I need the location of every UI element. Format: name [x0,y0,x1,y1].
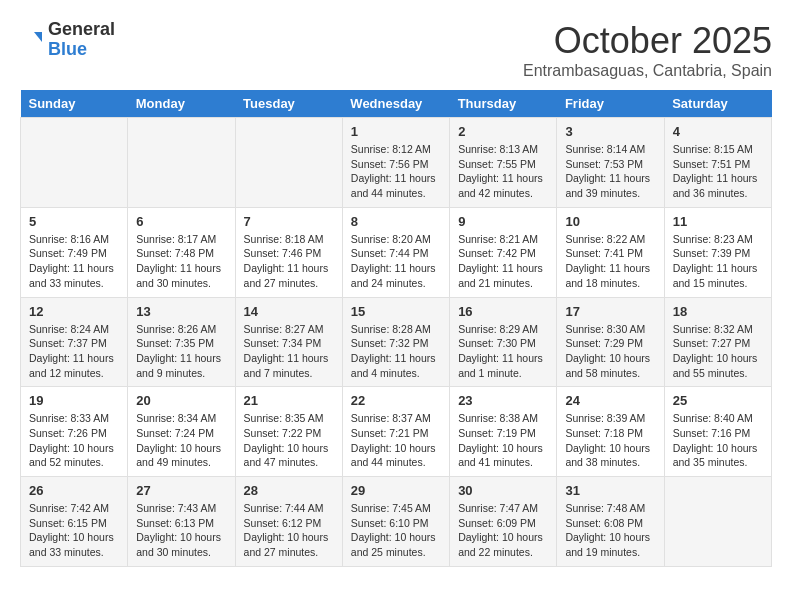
day-number: 8 [351,214,441,229]
day-info: Sunrise: 8:23 AM Sunset: 7:39 PM Dayligh… [673,232,763,291]
calendar-week-row: 5Sunrise: 8:16 AM Sunset: 7:49 PM Daylig… [21,207,772,297]
day-number: 27 [136,483,226,498]
day-number: 26 [29,483,119,498]
calendar-cell: 15Sunrise: 8:28 AM Sunset: 7:32 PM Dayli… [342,297,449,387]
calendar-cell: 7Sunrise: 8:18 AM Sunset: 7:46 PM Daylig… [235,207,342,297]
calendar-cell: 9Sunrise: 8:21 AM Sunset: 7:42 PM Daylig… [450,207,557,297]
day-number: 22 [351,393,441,408]
calendar-cell: 31Sunrise: 7:48 AM Sunset: 6:08 PM Dayli… [557,477,664,567]
day-number: 1 [351,124,441,139]
calendar-cell: 23Sunrise: 8:38 AM Sunset: 7:19 PM Dayli… [450,387,557,477]
header: General Blue October 2025 Entrambasaguas… [20,20,772,80]
day-number: 17 [565,304,655,319]
day-number: 20 [136,393,226,408]
logo-icon [20,28,44,52]
day-number: 13 [136,304,226,319]
day-info: Sunrise: 8:14 AM Sunset: 7:53 PM Dayligh… [565,142,655,201]
day-info: Sunrise: 8:32 AM Sunset: 7:27 PM Dayligh… [673,322,763,381]
day-number: 23 [458,393,548,408]
day-number: 2 [458,124,548,139]
day-info: Sunrise: 8:22 AM Sunset: 7:41 PM Dayligh… [565,232,655,291]
day-info: Sunrise: 8:34 AM Sunset: 7:24 PM Dayligh… [136,411,226,470]
logo-general: General [48,20,115,40]
calendar-week-row: 1Sunrise: 8:12 AM Sunset: 7:56 PM Daylig… [21,118,772,208]
calendar-cell: 22Sunrise: 8:37 AM Sunset: 7:21 PM Dayli… [342,387,449,477]
day-number: 12 [29,304,119,319]
calendar-cell: 12Sunrise: 8:24 AM Sunset: 7:37 PM Dayli… [21,297,128,387]
calendar-cell: 21Sunrise: 8:35 AM Sunset: 7:22 PM Dayli… [235,387,342,477]
calendar-cell [235,118,342,208]
calendar-cell: 14Sunrise: 8:27 AM Sunset: 7:34 PM Dayli… [235,297,342,387]
location-title: Entrambasaguas, Cantabria, Spain [523,62,772,80]
logo-blue: Blue [48,40,115,60]
calendar-cell: 4Sunrise: 8:15 AM Sunset: 7:51 PM Daylig… [664,118,771,208]
calendar-cell: 10Sunrise: 8:22 AM Sunset: 7:41 PM Dayli… [557,207,664,297]
calendar-cell: 2Sunrise: 8:13 AM Sunset: 7:55 PM Daylig… [450,118,557,208]
day-number: 15 [351,304,441,319]
calendar-cell: 3Sunrise: 8:14 AM Sunset: 7:53 PM Daylig… [557,118,664,208]
day-info: Sunrise: 8:24 AM Sunset: 7:37 PM Dayligh… [29,322,119,381]
weekday-header-wednesday: Wednesday [342,90,449,118]
weekday-header-saturday: Saturday [664,90,771,118]
day-info: Sunrise: 8:38 AM Sunset: 7:19 PM Dayligh… [458,411,548,470]
calendar-cell: 18Sunrise: 8:32 AM Sunset: 7:27 PM Dayli… [664,297,771,387]
day-info: Sunrise: 8:26 AM Sunset: 7:35 PM Dayligh… [136,322,226,381]
calendar-cell: 8Sunrise: 8:20 AM Sunset: 7:44 PM Daylig… [342,207,449,297]
calendar-cell: 27Sunrise: 7:43 AM Sunset: 6:13 PM Dayli… [128,477,235,567]
calendar-week-row: 19Sunrise: 8:33 AM Sunset: 7:26 PM Dayli… [21,387,772,477]
svg-marker-0 [34,32,42,42]
calendar-cell: 5Sunrise: 8:16 AM Sunset: 7:49 PM Daylig… [21,207,128,297]
calendar-cell: 20Sunrise: 8:34 AM Sunset: 7:24 PM Dayli… [128,387,235,477]
day-number: 24 [565,393,655,408]
calendar-cell: 13Sunrise: 8:26 AM Sunset: 7:35 PM Dayli… [128,297,235,387]
calendar-cell: 17Sunrise: 8:30 AM Sunset: 7:29 PM Dayli… [557,297,664,387]
calendar-table: SundayMondayTuesdayWednesdayThursdayFrid… [20,90,772,567]
day-number: 18 [673,304,763,319]
day-number: 9 [458,214,548,229]
weekday-header-sunday: Sunday [21,90,128,118]
day-number: 29 [351,483,441,498]
calendar-cell: 28Sunrise: 7:44 AM Sunset: 6:12 PM Dayli… [235,477,342,567]
weekday-header-row: SundayMondayTuesdayWednesdayThursdayFrid… [21,90,772,118]
day-number: 10 [565,214,655,229]
day-info: Sunrise: 8:13 AM Sunset: 7:55 PM Dayligh… [458,142,548,201]
calendar-cell: 16Sunrise: 8:29 AM Sunset: 7:30 PM Dayli… [450,297,557,387]
day-info: Sunrise: 8:12 AM Sunset: 7:56 PM Dayligh… [351,142,441,201]
day-number: 7 [244,214,334,229]
day-info: Sunrise: 8:39 AM Sunset: 7:18 PM Dayligh… [565,411,655,470]
day-info: Sunrise: 8:20 AM Sunset: 7:44 PM Dayligh… [351,232,441,291]
calendar-cell: 24Sunrise: 8:39 AM Sunset: 7:18 PM Dayli… [557,387,664,477]
calendar-cell: 25Sunrise: 8:40 AM Sunset: 7:16 PM Dayli… [664,387,771,477]
day-number: 11 [673,214,763,229]
calendar-cell: 30Sunrise: 7:47 AM Sunset: 6:09 PM Dayli… [450,477,557,567]
day-number: 25 [673,393,763,408]
day-info: Sunrise: 7:43 AM Sunset: 6:13 PM Dayligh… [136,501,226,560]
day-number: 31 [565,483,655,498]
logo: General Blue [20,20,115,60]
weekday-header-tuesday: Tuesday [235,90,342,118]
calendar-cell: 29Sunrise: 7:45 AM Sunset: 6:10 PM Dayli… [342,477,449,567]
day-number: 4 [673,124,763,139]
day-info: Sunrise: 7:48 AM Sunset: 6:08 PM Dayligh… [565,501,655,560]
day-info: Sunrise: 8:33 AM Sunset: 7:26 PM Dayligh… [29,411,119,470]
day-number: 28 [244,483,334,498]
day-number: 30 [458,483,548,498]
weekday-header-monday: Monday [128,90,235,118]
day-number: 21 [244,393,334,408]
calendar-cell: 11Sunrise: 8:23 AM Sunset: 7:39 PM Dayli… [664,207,771,297]
weekday-header-friday: Friday [557,90,664,118]
day-info: Sunrise: 8:28 AM Sunset: 7:32 PM Dayligh… [351,322,441,381]
day-info: Sunrise: 8:15 AM Sunset: 7:51 PM Dayligh… [673,142,763,201]
day-number: 19 [29,393,119,408]
title-area: October 2025 Entrambasaguas, Cantabria, … [523,20,772,80]
day-info: Sunrise: 8:37 AM Sunset: 7:21 PM Dayligh… [351,411,441,470]
calendar-cell [664,477,771,567]
day-info: Sunrise: 8:40 AM Sunset: 7:16 PM Dayligh… [673,411,763,470]
day-info: Sunrise: 7:47 AM Sunset: 6:09 PM Dayligh… [458,501,548,560]
day-number: 3 [565,124,655,139]
calendar-cell: 6Sunrise: 8:17 AM Sunset: 7:48 PM Daylig… [128,207,235,297]
day-number: 6 [136,214,226,229]
month-title: October 2025 [523,20,772,62]
day-info: Sunrise: 8:16 AM Sunset: 7:49 PM Dayligh… [29,232,119,291]
calendar-week-row: 12Sunrise: 8:24 AM Sunset: 7:37 PM Dayli… [21,297,772,387]
